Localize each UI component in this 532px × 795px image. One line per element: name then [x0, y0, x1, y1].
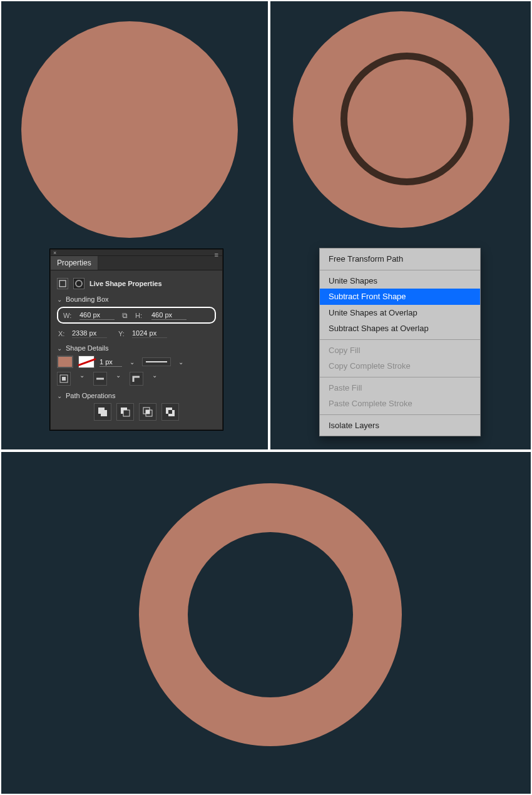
path-ops-row: [57, 403, 216, 421]
y-label: Y:: [118, 330, 130, 337]
shape-details-header[interactable]: ⌄ Shape Details: [57, 344, 216, 352]
stroke-style-dropdown[interactable]: [142, 357, 171, 366]
ctx-copy-complete-stroke: Copy Complete Stroke: [320, 358, 480, 374]
ctx-copy-fill: Copy Fill: [320, 342, 480, 359]
menu-separator: [320, 270, 480, 270]
stroke-swatch[interactable]: [78, 356, 95, 368]
step-3-canvas: [0, 451, 532, 795]
unite-shapes-button[interactable]: [94, 403, 111, 421]
step-1-canvas: × ≡ Properties Live Shape Properties ⌄: [0, 0, 269, 451]
ctx-unite-shapes[interactable]: Unite Shapes: [320, 273, 480, 289]
stroke-corner-button[interactable]: [130, 372, 143, 386]
panel-tabs: Properties: [51, 256, 222, 270]
chevron-down-icon: ⌄: [57, 392, 62, 399]
ctx-paste-fill: Paste Fill: [320, 380, 480, 396]
circle-shape[interactable]: [21, 21, 238, 238]
path-operations-header[interactable]: ⌄ Path Operations: [57, 392, 216, 399]
bounding-box-header[interactable]: ⌄ Bounding Box: [57, 295, 216, 303]
svg-rect-10: [146, 410, 150, 414]
exclude-overlap-button[interactable]: [161, 403, 179, 421]
donut-shape-result[interactable]: [139, 483, 402, 746]
panel-menu-icon[interactable]: ≡: [215, 251, 218, 259]
svg-rect-0: [59, 280, 66, 287]
w-label: W:: [63, 312, 74, 319]
context-menu: Free Transform Path Unite Shapes Subtrac…: [319, 248, 481, 436]
ctx-subtract-front-shape[interactable]: Subtract Front Shape: [320, 289, 480, 305]
intersect-shapes-button[interactable]: [139, 403, 156, 421]
width-height-row: W: 460 px ⧉ H: 460 px: [57, 307, 216, 324]
ctx-free-transform-path[interactable]: Free Transform Path: [320, 251, 480, 267]
stroke-align-button[interactable]: [57, 372, 71, 386]
panel-topbar: × ≡: [51, 250, 222, 256]
ctx-unite-shapes-at-overlap[interactable]: Unite Shapes at Overlap: [320, 305, 480, 321]
svg-rect-7: [123, 410, 130, 416]
rect-shape-icon[interactable]: [57, 278, 68, 289]
stroke-cap-button[interactable]: [93, 372, 107, 386]
shape-type-row: Live Shape Properties: [57, 278, 216, 289]
ctx-paste-complete-stroke: Paste Complete Stroke: [320, 396, 480, 412]
chevron-down-icon: ⌄: [57, 345, 62, 352]
bounding-box-label: Bounding Box: [66, 295, 109, 303]
dropdown-icon[interactable]: ⌄: [176, 359, 186, 366]
fill-swatch[interactable]: [57, 356, 73, 368]
menu-separator: [320, 414, 480, 415]
subtract-front-shape-button[interactable]: [116, 403, 134, 421]
h-label: H:: [135, 312, 146, 319]
x-input[interactable]: 2338 px: [72, 329, 107, 338]
tab-properties[interactable]: Properties: [51, 256, 98, 270]
ellipse-shape-icon[interactable]: [73, 278, 84, 289]
properties-panel: × ≡ Properties Live Shape Properties ⌄: [50, 249, 223, 430]
dropdown-icon[interactable]: ⌄: [127, 359, 137, 366]
menu-separator: [320, 377, 480, 377]
path-ops-label: Path Operations: [66, 392, 116, 399]
xy-row: X: 2338 px Y: 1024 px: [57, 329, 216, 338]
ctx-isolate-layers[interactable]: Isolate Layers: [320, 418, 480, 434]
live-shape-label: Live Shape Properties: [90, 280, 162, 287]
link-wh-icon[interactable]: ⧉: [120, 311, 130, 320]
ctx-subtract-shapes-at-overlap[interactable]: Subtract Shapes at Overlap: [320, 321, 480, 337]
x-label: X:: [58, 330, 69, 337]
shape-details-label: Shape Details: [66, 344, 109, 352]
svg-rect-5: [101, 410, 107, 416]
step-2-canvas: Free Transform Path Unite Shapes Subtrac…: [269, 0, 532, 451]
inner-circle-path[interactable]: [340, 53, 473, 185]
chevron-down-icon: ⌄: [57, 296, 62, 303]
dropdown-icon[interactable]: ⌄: [113, 372, 123, 386]
fill-stroke-row: 1 px ⌄ ⌄: [57, 356, 216, 368]
y-input[interactable]: 1024 px: [132, 329, 167, 338]
svg-rect-13: [168, 410, 172, 414]
svg-rect-2: [62, 377, 66, 381]
stroke-width-input[interactable]: 1 px: [100, 357, 122, 367]
tutorial-grid: × ≡ Properties Live Shape Properties ⌄: [0, 0, 532, 795]
dropdown-icon[interactable]: ⌄: [77, 372, 87, 386]
dropdown-icon[interactable]: ⌄: [150, 372, 160, 386]
height-input[interactable]: 460 px: [151, 310, 187, 320]
stroke-options-row: ⌄ ⌄ ⌄: [57, 372, 216, 386]
close-icon[interactable]: ×: [53, 250, 56, 256]
width-input[interactable]: 460 px: [79, 310, 115, 320]
menu-separator: [320, 339, 480, 340]
